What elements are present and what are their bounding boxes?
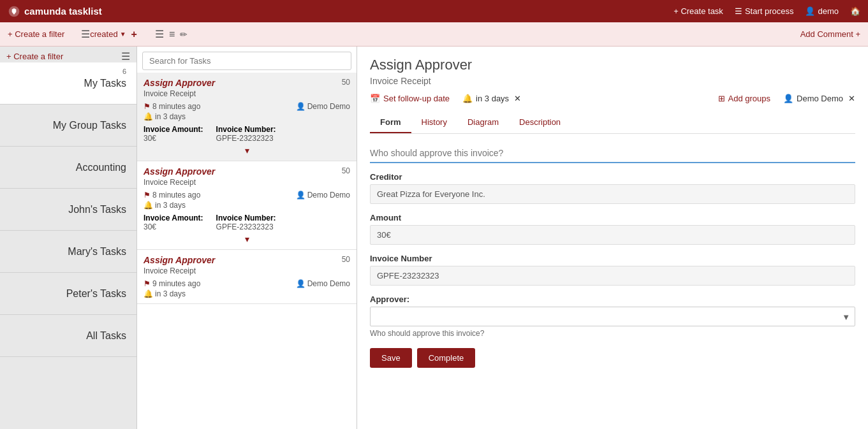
flag-icon: ⚑ [143,191,151,200]
sidebar-item-my-tasks[interactable]: 6 My Tasks [0,62,136,105]
sidebar-item-my-group-tasks[interactable]: My Group Tasks [0,105,136,147]
sidebar: + Create a filter ☰ 6 My Tasks My Group … [0,47,137,429]
sidebar-top-row: + Create a filter ☰ [0,47,136,62]
user-icon: 👤 [296,279,305,288]
task-fields: Invoice Amount: 30€ Invoice Number: GPFE… [143,214,350,231]
create-filter-sidebar-button[interactable]: + Create a filter [6,52,63,61]
flag-icon: ⚑ [143,102,151,111]
task-due: 🔔 in 3 days [143,289,350,298]
user-icon: 👤 [805,6,815,16]
task-item[interactable]: 50 Assign Approver Invoice Receipt ⚑ 8 m… [137,161,357,250]
user-menu-button[interactable]: 👤 demo [805,6,839,16]
assignee-user-icon: 👤 [783,94,793,103]
task-expand-icon[interactable]: ▾ [143,145,350,156]
task-fields: Invoice Amount: 30€ Invoice Number: GPFE… [143,125,350,143]
bell-icon: 🔔 [143,201,153,210]
approver-select-wrapper: ▼ [370,307,855,326]
invoice-amount-field: Invoice Amount: 30€ [143,214,203,231]
complete-button[interactable]: Complete [417,348,476,368]
bell-icon: 🔔 [143,289,153,298]
navbar-left: camunda tasklist [8,5,102,18]
my-group-tasks-label: My Group Tasks [53,120,126,131]
task-count: 50 [342,166,350,175]
hamburger-icon[interactable]: ☰ [81,28,90,40]
tab-diagram[interactable]: Diagram [457,112,509,133]
assignee-close-icon[interactable]: ✕ [848,94,855,103]
task-title: Assign Approver [143,255,350,265]
amount-group: Amount 30€ [370,213,855,245]
approver-label: Approver: [370,294,855,304]
invoice-number-field: Invoice Number: GPFE-23232323 [216,214,276,231]
accounting-label: Accounting [76,162,126,173]
detail-panel: Assign Approver Invoice Receipt 📅 Set fo… [357,47,868,429]
amount-label: Amount [370,213,855,222]
list-controls-hamburger[interactable]: ☰ [155,28,164,40]
due-close-icon[interactable]: ✕ [514,94,521,103]
task-search-input[interactable] [142,52,351,70]
tab-form[interactable]: Form [370,112,411,133]
groups-icon: ⊞ [718,94,725,103]
creditor-value: Great Pizza for Everyone Inc. [370,184,855,204]
detail-subtitle: Invoice Receipt [370,76,855,86]
list-columns-icon[interactable]: ≡ [169,29,175,40]
task-list-controls: created ▼ + ☰ ≡ ✏ [90,28,188,40]
home-button[interactable]: 🏠 [850,6,860,16]
approver-question-input[interactable] [370,144,855,163]
task-assignee: 👤 Demo Demo [296,279,350,288]
sidebar-item-marys-tasks[interactable]: Mary's Tasks [0,231,136,273]
create-task-button[interactable]: + Create task [673,6,723,16]
task-count: 50 [342,78,350,87]
bell-icon: 🔔 [462,94,473,103]
creditor-group: Creditor Great Pizza for Everyone Inc. [370,172,855,204]
invoice-number-group: Invoice Number GPFE-23232323 [370,254,855,286]
set-followup-date-button[interactable]: 📅 Set follow-up date [370,94,450,103]
task-item[interactable]: 50 Assign Approver Invoice Receipt ⚑ 9 m… [137,250,357,304]
tab-history[interactable]: History [411,112,457,133]
app-title: camunda tasklist [24,6,102,17]
invoice-number-field: Invoice Number: GPFE-23232323 [216,125,276,143]
task-list-panel: 50 Assign Approver Invoice Receipt ⚑ 8 m… [137,47,357,429]
task-title: Assign Approver [143,166,350,177]
add-groups-button[interactable]: ⊞ Add groups [718,94,771,103]
marys-tasks-label: Mary's Tasks [68,246,126,258]
sidebar-item-accounting[interactable]: Accounting [0,147,136,189]
save-button[interactable]: Save [370,348,412,368]
add-comment-button[interactable]: Add Comment + [800,29,860,39]
sidebar-item-peters-tasks[interactable]: Peter's Tasks [0,273,136,315]
task-list-items: 50 Assign Approver Invoice Receipt ⚑ 8 m… [137,73,357,429]
peters-tasks-label: Peter's Tasks [66,288,126,300]
task-expand-icon[interactable]: ▾ [143,234,350,244]
create-filter-button[interactable]: + Create a filter [8,29,64,39]
sort-label[interactable]: created ▼ [90,29,126,39]
my-tasks-badge: 6 [122,68,126,75]
task-count: 50 [342,255,350,264]
task-meta: ⚑ 8 minutes ago 👤 Demo Demo [143,191,350,200]
flag-icon: ⚑ [143,279,151,288]
task-search-container [137,47,357,73]
due-date-item: 🔔 in 3 days ✕ [462,94,521,103]
approver-select[interactable] [370,307,855,326]
form-actions: Save Complete [370,348,855,368]
bell-icon: 🔔 [143,112,153,121]
expand-icon[interactable]: ✏ [180,29,188,40]
sidebar-item-johns-tasks[interactable]: John's Tasks [0,189,136,231]
navbar: camunda tasklist + Create task ☰ Start p… [0,0,868,22]
start-process-button[interactable]: ☰ Start process [735,6,794,16]
tab-description[interactable]: Description [509,112,571,133]
task-subtitle: Invoice Receipt [143,89,350,98]
add-sort-button[interactable]: + [131,29,137,40]
invoice-number-label: Invoice Number [370,254,855,263]
approver-hint: Who should approve this invoice? [370,329,855,338]
task-due: 🔔 in 3 days [143,201,350,210]
app-logo[interactable]: camunda tasklist [8,5,102,18]
camunda-logo-icon [8,5,20,18]
task-item[interactable]: 50 Assign Approver Invoice Receipt ⚑ 8 m… [137,73,357,161]
amount-value: 30€ [370,225,855,245]
task-subtitle: Invoice Receipt [143,266,350,275]
main-layout: + Create a filter ☰ 6 My Tasks My Group … [0,47,868,429]
sidebar-menu-icon[interactable]: ☰ [121,50,130,62]
sidebar-item-all-tasks[interactable]: All Tasks [0,315,136,357]
sub-toolbar-left: + Create a filter ☰ [8,28,90,40]
detail-meta: 📅 Set follow-up date 🔔 in 3 days ✕ ⊞ Add… [370,94,855,103]
task-meta: ⚑ 8 minutes ago 👤 Demo Demo [143,102,350,111]
